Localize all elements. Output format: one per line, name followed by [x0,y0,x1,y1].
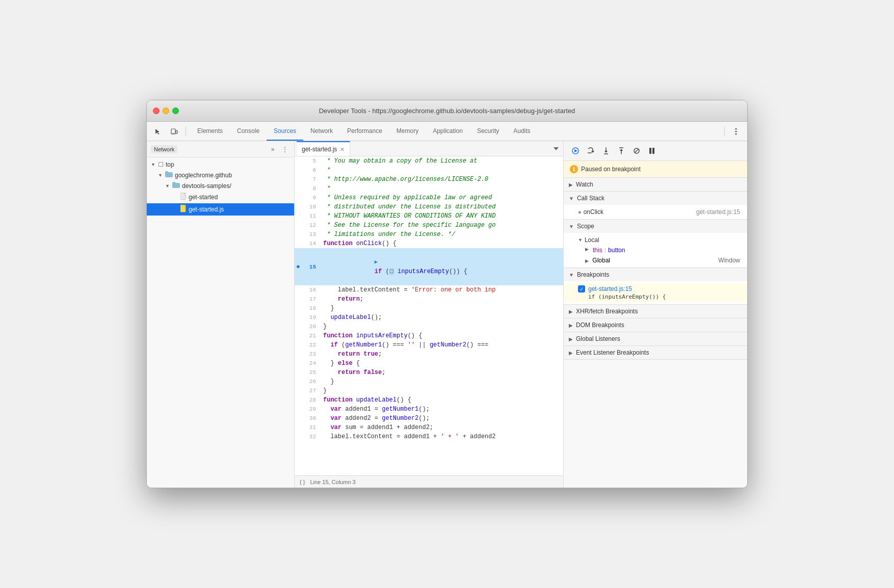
svg-rect-24 [652,148,654,154]
resume-button[interactable] [569,144,582,157]
sidebar-more-icon[interactable]: ⋮ [280,144,290,154]
cursor-icon[interactable] [151,124,165,139]
call-stack-content: ●onClick get-started.js:15 [564,205,747,219]
step-into-button[interactable] [599,144,613,157]
code-editor[interactable]: 5 * You may obtain a copy of the License… [295,156,563,475]
tab-console[interactable]: Console [230,122,267,141]
dom-breakpoints-header[interactable]: DOM Breakpoints [564,318,747,332]
more-options-icon[interactable] [729,124,743,139]
code-line-28: 28 function updateLabel() { [295,395,563,405]
tab-sources[interactable]: Sources [267,122,303,141]
line-num-24: 24 [302,359,321,368]
device-toggle-icon[interactable] [167,124,181,139]
svg-marker-10 [554,147,559,150]
step-over-button[interactable] [584,144,597,157]
breakpoints-content: ✓ get-started.js:15 if (inputsAreEmpty()… [564,281,747,304]
code-line-11: 11 * WITHOUT WARRANTIES OR CONDITIONS OF… [295,211,563,221]
step-out-button[interactable] [615,144,628,157]
maximize-button[interactable] [172,108,179,114]
code-line-8: 8 * [295,184,563,193]
line-content-26: } [321,377,563,386]
tab-audits[interactable]: Audits [506,122,537,141]
line-num-10: 10 [302,202,321,211]
xhr-breakpoints-header[interactable]: XHR/fetch Breakpoints [564,305,747,318]
global-listeners-header[interactable]: Global Listeners [564,332,747,345]
deactivate-breakpoints-button[interactable] [630,144,643,157]
file-sidebar: Network » ⋮ ▼ ☐ top ▼ [147,141,295,488]
minimize-button[interactable] [163,108,169,114]
global-listeners-section: Global Listeners [564,332,747,346]
expand-arrows-icon[interactable]: » [268,144,278,154]
line-content-28: function updateLabel() { [321,395,563,405]
event-listener-header[interactable]: Event Listener Breakpoints [564,346,747,359]
code-line-29: 29 var addend1 = getNumber1(); [295,405,563,414]
line-num-19: 19 [302,313,321,322]
code-line-9: 9 * Unless required by applicable law or… [295,193,563,202]
line-content-16: label.textContent = 'Error: one or both … [321,285,563,295]
editor-tab-close[interactable]: × [340,146,344,153]
code-line-32: 32 label.textContent = addend1 + ' + ' +… [295,432,563,441]
close-button[interactable] [153,108,160,114]
main-layout: Network » ⋮ ▼ ☐ top ▼ [147,141,747,488]
code-line-21: 21 function inputsAreEmpty() { [295,331,563,340]
editor-tab-nav[interactable] [549,142,563,156]
traffic-lights [153,108,179,114]
call-stack-header[interactable]: Call Stack [564,192,747,205]
svg-rect-23 [649,148,651,154]
devtools-window: Developer Tools - https://googlechrome.g… [146,100,748,488]
code-line-23: 23 return true; [295,350,563,359]
breakpoint-code: if (inputsAreEmpty()) { [578,293,740,300]
line-num-30: 30 [302,414,321,423]
code-line-6: 6 * [295,166,563,175]
breakpoints-header[interactable]: Breakpoints [564,268,747,281]
tab-performance[interactable]: Performance [340,122,389,141]
dom-label: DOM Breakpoints [576,322,624,329]
scope-local-label: Local [585,236,599,244]
tab-network[interactable]: Network [303,122,340,141]
line-content-9: * Unless required by applicable law or a… [321,193,563,202]
watch-section-header[interactable]: Watch [564,178,747,191]
tree-item-get-started-js[interactable]: get-started.js [147,203,294,216]
scope-global-row[interactable]: ▶ Global Window [564,255,747,265]
tree-item-get-started[interactable]: get-started [147,191,294,203]
code-line-5: 5 * You may obtain a copy of the License… [295,156,563,166]
scope-global-value: Window [718,257,740,264]
editor-tab-get-started-js[interactable]: get-started.js × [297,141,350,156]
line-num-8: 8 [302,184,321,193]
tree-item-top[interactable]: ▼ ☐ top [147,159,294,170]
main-tabs: Elements Console Sources Network Perform… [190,122,720,141]
tree-item-top-label: top [166,161,290,168]
line-num-9: 9 [302,193,321,202]
xhr-label: XHR/fetch Breakpoints [576,308,638,315]
svg-rect-1 [176,130,177,133]
file-tree: ▼ ☐ top ▼ googlechrome.github ▼ [147,157,294,488]
pause-on-exceptions-button[interactable] [645,144,659,157]
tab-security[interactable]: Security [470,122,506,141]
top-toolbar: Elements Console Sources Network Perform… [147,122,747,141]
line-num-23: 23 [302,350,321,359]
tree-item-devtools[interactable]: ▼ devtools-samples/ [147,180,294,191]
call-stack-fn-name: ●onClick [578,208,603,216]
event-listener-label: Event Listener Breakpoints [576,349,649,356]
scope-local-header[interactable]: ▼ Local [564,235,747,245]
line-content-14: function onClick() { [321,239,563,248]
tree-item-domain[interactable]: ▼ googlechrome.github [147,170,294,180]
format-icon[interactable]: { } [300,479,305,485]
line-num-17: 17 [302,295,321,304]
scope-global-header: ▶ Global [585,257,610,264]
line-content-22: if (getNumber1() === '' || getNumber2() … [321,340,563,350]
scope-this-value: button [608,247,625,254]
call-stack-item-onclick[interactable]: ●onClick get-started.js:15 [564,207,747,217]
tab-memory[interactable]: Memory [389,122,426,141]
tab-elements[interactable]: Elements [190,122,230,141]
code-line-25: 25 return false; [295,368,563,377]
breakpoint-checkbox[interactable]: ✓ [578,285,585,292]
code-line-20: 20 } [295,322,563,331]
svg-point-3 [735,128,737,129]
line-content-20: } [321,322,563,331]
svg-line-22 [635,149,639,153]
scope-header[interactable]: Scope [564,220,747,233]
tab-application[interactable]: Application [426,122,470,141]
code-line-13: 13 * limitations under the License. */ [295,230,563,239]
breakpoint-item-1: ✓ get-started.js:15 if (inputsAreEmpty()… [564,283,747,302]
